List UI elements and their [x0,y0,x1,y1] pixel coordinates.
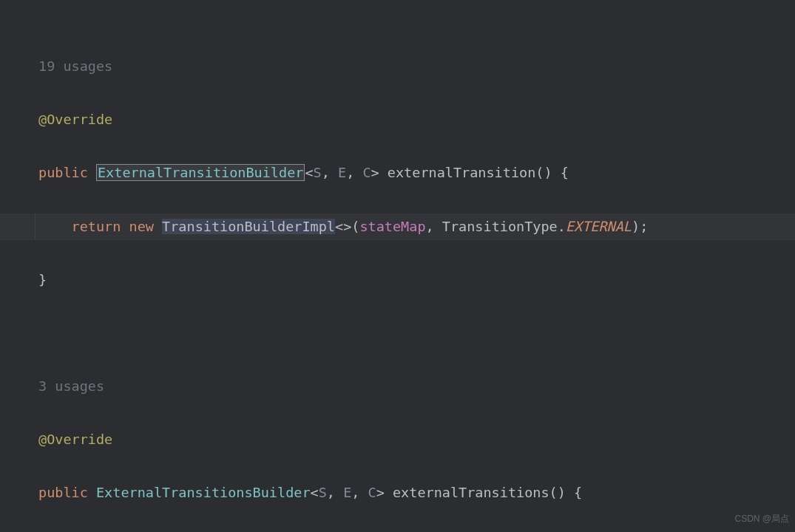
brace-close: } [38,272,47,287]
generic-sep: , [346,165,362,180]
generic-sep: , [327,485,343,500]
keyword-new: new [129,219,154,234]
brace-open: { [566,485,582,500]
watermark: CSDN @局点 [734,511,789,528]
keyword-public: public [38,485,88,500]
dot: . [558,219,566,234]
return-type: ExternalTransitionsBuilder [96,485,311,500]
enum-external: EXTERNAL [566,219,632,234]
keyword-public: public [38,165,88,180]
brace-open: { [552,165,569,180]
close-stmt: ); [632,219,648,234]
generic-s: S [314,165,322,180]
keyword-return: return [72,219,121,234]
generic-open: < [305,165,313,180]
method-name: externalTransitions [393,485,549,500]
generic-close: > [376,485,385,500]
generic-e: E [338,165,346,180]
generic-sep: , [351,485,368,500]
generic-c: C [362,165,371,180]
generic-close: > [371,165,379,180]
annotation-override: @Override [38,112,112,127]
generic-s: S [319,485,327,500]
generic-c: C [368,485,376,500]
parens: () [549,485,566,500]
code-editor[interactable]: 19 usages @Override public ExternalTrans… [0,0,795,532]
impl-class: TransitionBuilderImpl [162,219,335,234]
arg-sep: , [426,219,442,234]
annotation-override: @Override [38,432,112,447]
parens: () [535,165,552,180]
usage-hint: 19 usages [38,58,112,74]
transition-type-class: TransitionType [442,219,558,234]
field-statemap: stateMap [359,219,425,234]
diamond-open: <>( [335,219,359,234]
generic-e: E [343,485,351,500]
usage-hint: 3 usages [38,378,104,394]
return-type: ExternalTransitionBuilder [96,164,305,181]
method-name: externalTransition [388,165,535,180]
generic-open: < [311,485,319,500]
generic-sep: , [322,165,338,180]
